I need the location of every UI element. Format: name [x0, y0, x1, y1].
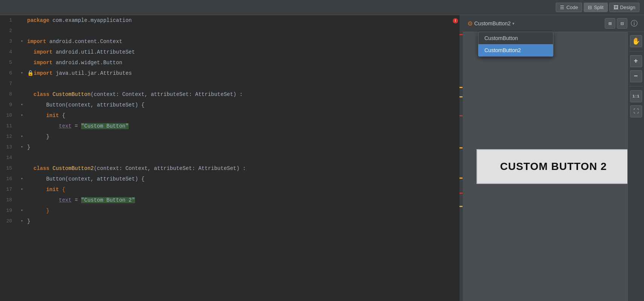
code-line: 7 [0, 79, 463, 89]
scroll-marker [460, 178, 463, 179]
preview-button: CUSTOM BUTTON 2 [476, 149, 630, 184]
main-content: ! 1package com.example.myapplication23▾i… [0, 15, 644, 301]
line-gutter: ▾ [18, 110, 26, 121]
line-gutter: ▾ [18, 216, 26, 227]
line-content: import android.widget.Button [26, 57, 463, 68]
scroll-marker [460, 115, 463, 116]
code-line: 9▾ Button(context, attributeSet) { [0, 100, 463, 110]
line-content: 🔒import java.util.jar.Attributes [26, 68, 463, 79]
code-line: 12▾ } [0, 131, 463, 142]
component-selector[interactable]: ⚙ CustomButton2 ▾ [467, 20, 515, 27]
code-line: 13▾} [0, 142, 463, 153]
line-content: import android.content.Context [26, 36, 463, 47]
line-number: 5 [0, 57, 18, 68]
line-content: init { [26, 184, 463, 195]
top-toolbar: ☰ Code ⊟ Split 🖼 Design [0, 0, 644, 15]
ratio-button[interactable]: 1:1 [630, 90, 642, 102]
code-line: 19▾ } [0, 205, 463, 216]
component-dropdown: CustomButtonCustomButton2 [478, 32, 553, 57]
fold-icon[interactable]: ▾ [21, 131, 23, 142]
fold-icon[interactable]: ▾ [21, 100, 23, 110]
line-number: 3 [0, 36, 18, 47]
scroll-marker [460, 147, 463, 148]
right-header: ⚙ CustomButton2 ▾ ⊞ ⊟ ⓘ CustomButtonCust… [463, 15, 644, 32]
line-content: class CustomButton2(context: Context, at… [26, 163, 463, 174]
line-gutter: ▾ [18, 68, 26, 79]
line-content: text = "Custom Button" [26, 121, 463, 131]
line-gutter: ▾ [18, 142, 26, 153]
line-number: 1 [0, 15, 18, 26]
line-number: 7 [0, 79, 18, 89]
fold-icon[interactable]: ▾ [21, 174, 23, 184]
code-line: 14 [0, 153, 463, 163]
fold-icon[interactable]: ▾ [21, 68, 23, 79]
scroll-track[interactable] [460, 15, 463, 301]
line-number: 18 [0, 195, 18, 205]
dropdown-item[interactable]: CustomButton2 [478, 44, 553, 56]
line-gutter: ▾ [18, 100, 26, 110]
line-content: package com.example.myapplication [26, 15, 463, 26]
component-name: CustomButton2 [474, 20, 511, 26]
hand-tool-button[interactable]: ✋ [630, 35, 642, 47]
code-line: 10▾ init { [0, 110, 463, 121]
tool-divider [629, 51, 642, 51]
scroll-marker [460, 87, 463, 88]
line-number: 19 [0, 205, 18, 216]
error-indicator: ! [453, 18, 458, 23]
line-number: 17 [0, 184, 18, 195]
fold-icon[interactable]: ▾ [21, 142, 23, 153]
warning-button[interactable]: ⓘ [629, 18, 639, 29]
code-line: 3▾import android.content.Context [0, 36, 463, 47]
fullscreen-button[interactable]: ⛶ [630, 105, 642, 117]
line-number: 6 [0, 68, 18, 79]
line-number: 16 [0, 174, 18, 184]
line-number: 15 [0, 163, 18, 174]
line-number: 20 [0, 216, 18, 227]
fold-icon[interactable]: ▾ [21, 184, 23, 195]
code-line: 6▾🔒import java.util.jar.Attributes [0, 68, 463, 79]
code-line: 18 text = "Custom Button 2" [0, 195, 463, 205]
right-panel: ⚙ CustomButton2 ▾ ⊞ ⊟ ⓘ CustomButtonCust… [463, 15, 644, 301]
line-content: } [26, 131, 463, 142]
code-line: 1package com.example.myapplication [0, 15, 463, 26]
line-gutter: ▾ [18, 184, 26, 195]
add-component-button[interactable]: ⊞ [605, 18, 615, 29]
code-line: 17▾ init { [0, 184, 463, 195]
code-icon: ☰ [560, 5, 564, 10]
code-line: 15 class CustomButton2(context: Context,… [0, 163, 463, 174]
code-line: 16▾ Button(context, attributeSet) { [0, 174, 463, 184]
dropdown-arrow-icon: ▾ [512, 21, 515, 26]
line-content: } [26, 216, 463, 227]
code-line: 20▾} [0, 216, 463, 227]
right-tools: ✋ + − 1:1 ⛶ [627, 32, 644, 301]
split-view-button[interactable]: ⊟ Split [584, 3, 607, 12]
line-content: } [26, 142, 463, 153]
fold-icon[interactable]: ▾ [21, 110, 23, 121]
fold-icon[interactable]: ▾ [21, 36, 23, 47]
remove-component-button[interactable]: ⊟ [617, 18, 627, 29]
code-line: 11 text = "Custom Button" [0, 121, 463, 131]
design-view-button[interactable]: 🖼 Design [609, 3, 639, 12]
preview-area: CUSTOM BUTTON 2 ✋ + − 1:1 ⛶ [463, 32, 644, 301]
line-number: 14 [0, 153, 18, 163]
dropdown-item[interactable]: CustomButton [478, 32, 553, 44]
component-icon: ⚙ [467, 20, 473, 27]
line-content: import android.util.AttributeSet [26, 47, 463, 57]
line-number: 10 [0, 110, 18, 121]
zoom-in-button[interactable]: + [630, 55, 642, 67]
line-number: 4 [0, 47, 18, 57]
fold-icon[interactable]: ▾ [21, 205, 23, 216]
code-view-button[interactable]: ☰ Code [556, 3, 582, 12]
tool-divider-2 [629, 86, 642, 86]
zoom-out-button[interactable]: − [630, 70, 642, 82]
fold-icon[interactable]: ▾ [21, 216, 23, 227]
line-number: 9 [0, 100, 18, 110]
scroll-marker [460, 96, 463, 97]
line-number: 2 [0, 26, 18, 36]
code-editor[interactable]: ! 1package com.example.myapplication23▾i… [0, 15, 463, 301]
line-gutter: ▾ [18, 36, 26, 47]
line-number: 8 [0, 89, 18, 100]
line-content: init { [26, 110, 463, 121]
scroll-marker [460, 34, 463, 35]
line-content: class CustomButton(context: Context, att… [26, 89, 463, 100]
